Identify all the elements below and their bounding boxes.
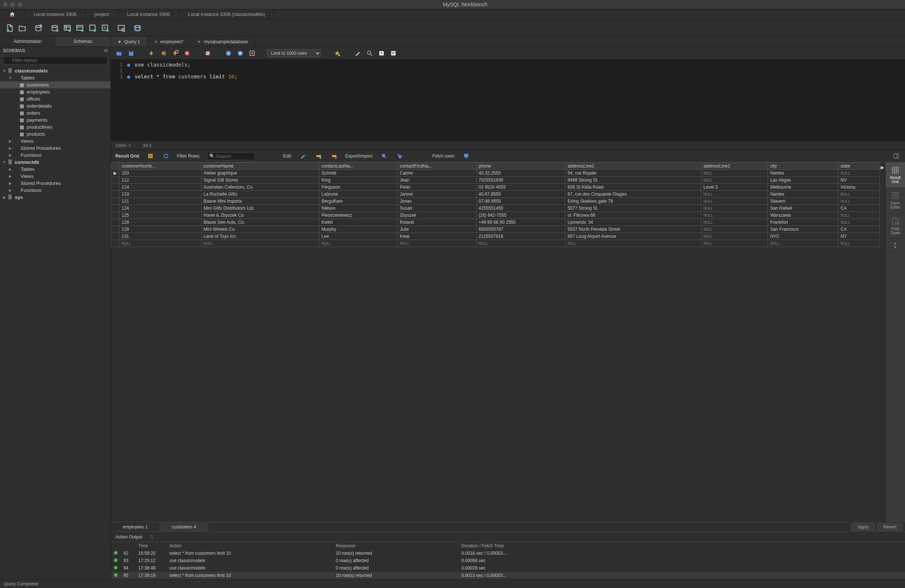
action-row[interactable]: 9216:59:20select * from customers limit … — [111, 550, 905, 557]
create-procedure-icon[interactable]: + — [87, 23, 98, 33]
table-row[interactable]: 131Land of Toys Inc.LeeKwai2125557818897… — [111, 233, 880, 240]
table-row[interactable]: 128Blauer See Auto, Co.KeitelRoland+49 6… — [111, 219, 880, 226]
wrap-icon[interactable] — [389, 49, 398, 58]
tree-node-tables[interactable]: ▼Tables — [0, 74, 111, 81]
action-row[interactable]: 9517:39:19select * from customers limit … — [111, 572, 905, 579]
editor-tab-0[interactable]: Query 1 — [111, 37, 147, 47]
reconnect-icon[interactable] — [132, 23, 143, 33]
table-row[interactable]: NULLNULLNULLNULLNULLNULLNULLNULLNULL — [111, 240, 880, 247]
tree-node-sys[interactable]: ▶🗄sys — [0, 194, 111, 201]
nav-up-icon[interactable]: ▲ — [885, 241, 905, 245]
execute-current-icon[interactable] — [159, 49, 168, 58]
maximize-window-icon[interactable] — [18, 2, 22, 7]
tree-node-connectdb[interactable]: ▼🗄connectdb — [0, 159, 111, 166]
execute-icon[interactable] — [147, 49, 156, 58]
tree-node-employees[interactable]: ▦employees — [0, 88, 111, 95]
schema-tree[interactable]: ▼🗄classicmodels▼Tables▦customers▦employe… — [0, 66, 111, 202]
column-header[interactable]: city — [768, 163, 838, 170]
action-row[interactable]: 9317:25:12use classicmodels0 row(s) affe… — [111, 557, 905, 564]
tree-node-payments[interactable]: ▦payments — [0, 116, 111, 124]
refresh-grid-icon[interactable] — [162, 152, 170, 161]
save-icon[interactable] — [126, 49, 135, 58]
tree-node-functions[interactable]: ▶Functions — [0, 152, 111, 159]
refresh-icon[interactable]: ⟲ — [104, 48, 108, 53]
tree-node-customers[interactable]: ▦customers — [0, 81, 111, 88]
column-header[interactable]: state — [838, 163, 880, 170]
column-header[interactable]: addressLine2 — [701, 163, 768, 170]
column-header[interactable]: contactLastNa... — [319, 163, 397, 170]
table-row[interactable]: 129Mini Wheels Co.MurphyJulie65055557875… — [111, 226, 880, 233]
column-header[interactable]: contactFirstNa... — [397, 163, 476, 170]
table-row[interactable]: 112Signal Gift StoresKingJean70255518388… — [111, 177, 880, 184]
revert-button[interactable]: Revert — [877, 523, 903, 531]
nav-up-down[interactable]: ▲ ▼ — [885, 239, 905, 252]
editor-tab-2[interactable]: mysqlsampledatabase — [191, 37, 255, 47]
tree-node-products[interactable]: ▦products — [0, 130, 111, 138]
create-function-icon[interactable]: fx+ — [100, 23, 110, 33]
inspector-icon[interactable]: i — [33, 23, 44, 33]
tree-node-stored-procedures[interactable]: ▶Stored Procedures — [0, 180, 111, 187]
expand-panel-icon[interactable]: ▶ — [881, 165, 884, 170]
commit-icon[interactable] — [224, 49, 233, 58]
open-folder-icon[interactable] — [114, 49, 124, 58]
favorite-icon[interactable]: + — [333, 49, 341, 58]
search-table-icon[interactable] — [116, 23, 126, 33]
tree-node-productlines[interactable]: ▦productlines — [0, 124, 111, 130]
action-output[interactable]: TimeActionResponseDuration / Fetch Time9… — [111, 542, 905, 579]
panel-toggle-icon[interactable] — [892, 152, 900, 161]
tree-node-orders[interactable]: ▦orders — [0, 110, 111, 116]
table-row[interactable]: 121Baane Mini ImportsBergulfsenJonas07-9… — [111, 198, 880, 205]
connection-tab-3[interactable]: Local instance 3306 (classicmodels) — [179, 9, 274, 19]
create-schema-icon[interactable]: + — [49, 23, 60, 33]
sql-editor[interactable]: 1● use classicmodels; 2 3● select * from… — [111, 60, 905, 141]
open-sql-file-icon[interactable] — [17, 23, 27, 33]
zoom-level[interactable]: 100% ⇅ — [115, 143, 132, 148]
result-grid-view[interactable]: Result Grid — [885, 162, 905, 188]
rollback-icon[interactable] — [236, 49, 245, 58]
tree-node-functions[interactable]: ▶Functions — [0, 187, 111, 194]
stop-icon[interactable] — [183, 49, 192, 58]
import-icon[interactable] — [395, 152, 404, 161]
table-row[interactable]: 119La Rochelle GiftsLabruneJanine40.67.8… — [111, 191, 880, 198]
tree-node-views[interactable]: ▶Views — [0, 138, 111, 145]
schemas-tab[interactable]: Schemas — [56, 37, 111, 47]
tree-node-stored-procedures[interactable]: ▶Stored Procedures — [0, 145, 111, 152]
editor-tab-1[interactable]: employees* — [147, 37, 191, 47]
filter-objects-input[interactable] — [3, 56, 108, 64]
beautify-icon[interactable] — [353, 49, 362, 58]
action-row[interactable]: 9417:38:48use classicmodels0 row(s) affe… — [111, 564, 905, 572]
home-tab[interactable] — [0, 9, 25, 19]
column-header[interactable]: phone — [476, 163, 565, 170]
add-row-icon[interactable]: + — [314, 152, 323, 161]
limit-rows-select[interactable]: Limit to 1000 rows — [267, 49, 321, 57]
nav-down-icon[interactable]: ▼ — [885, 245, 905, 249]
form-editor-view[interactable]: Form Editor — [885, 188, 905, 213]
apply-button[interactable]: Apply — [851, 523, 875, 531]
admin-tab[interactable]: Administration — [0, 37, 56, 47]
fetch-rows-icon[interactable] — [462, 152, 471, 161]
connection-tab-2[interactable]: Local instance 3306 — [118, 9, 179, 19]
minimize-window-icon[interactable] — [10, 2, 15, 7]
find-icon[interactable] — [365, 49, 374, 58]
connection-tab-1[interactable]: project — [86, 9, 118, 19]
column-header[interactable]: addressLine1 — [565, 163, 701, 170]
field-types-view[interactable]: Field Types — [885, 213, 905, 239]
result-grid[interactable]: customerNumb...customerNamecontactLastNa… — [111, 162, 880, 522]
tree-node-views[interactable]: ▶Views — [0, 173, 111, 180]
grid-view-icon[interactable] — [146, 152, 155, 161]
close-window-icon[interactable] — [3, 2, 7, 7]
toggle-autocommit-icon[interactable] — [203, 49, 212, 58]
connection-tab-0[interactable]: Local instance 3306 — [25, 9, 86, 19]
column-header[interactable]: customerNumb... — [119, 163, 202, 170]
create-view-icon[interactable]: + — [75, 23, 85, 33]
table-row[interactable]: 124Mini Gifts Distributors Ltd.NelsonSus… — [111, 205, 880, 212]
tree-node-tables[interactable]: ▶Tables — [0, 166, 111, 173]
result-tab-1[interactable]: customers 4 — [160, 522, 208, 531]
export-icon[interactable] — [379, 152, 389, 161]
explain-icon[interactable] — [171, 49, 179, 58]
toggle-whitespace-icon[interactable] — [248, 49, 257, 58]
create-table-icon[interactable]: + — [62, 23, 73, 33]
invisible-chars-icon[interactable]: ¶ — [377, 49, 386, 58]
table-row[interactable]: ▶103Atelier graphiqueSchmittCarine40.32.… — [111, 170, 880, 177]
delete-row-icon[interactable]: − — [330, 152, 339, 161]
